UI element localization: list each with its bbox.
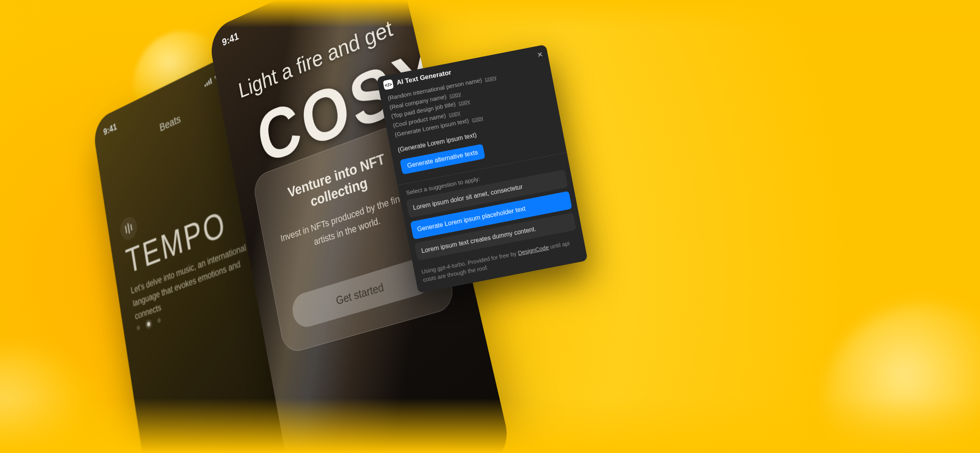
fade-overlay xyxy=(0,398,980,453)
get-started-button[interactable]: Get started xyxy=(290,255,434,330)
status-time: 9:41 xyxy=(221,30,240,49)
copy-link[interactable]: copy xyxy=(471,114,484,124)
svg-rect-3 xyxy=(210,78,212,84)
stage: 9:41 Beats TEMPO Let's delve into music,… xyxy=(0,0,980,453)
fade-overlay xyxy=(0,0,980,27)
plugin-icon: </> xyxy=(383,79,394,90)
designcode-link[interactable]: DesignCode xyxy=(517,244,549,257)
svg-rect-0 xyxy=(205,84,206,87)
svg-rect-1 xyxy=(206,82,208,86)
svg-rect-2 xyxy=(208,80,210,85)
generate-button-label: Generate alternative texts xyxy=(407,149,478,169)
get-started-label: Get started xyxy=(335,280,385,307)
status-time: 9:41 xyxy=(103,121,118,138)
signal-icon xyxy=(204,78,212,87)
